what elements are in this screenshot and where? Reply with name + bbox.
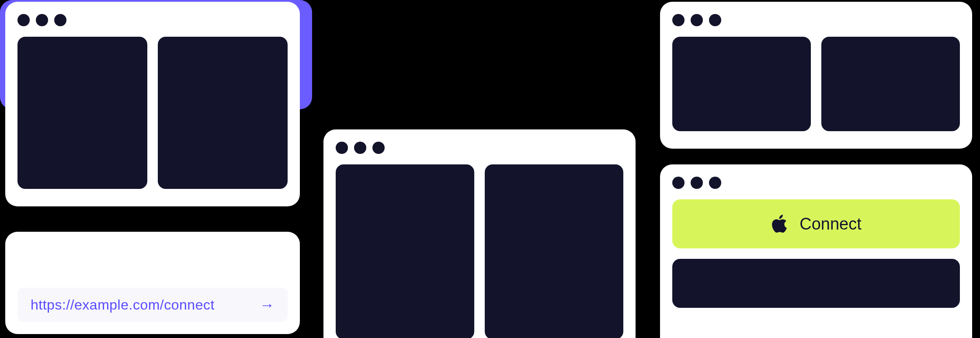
connect-button[interactable]: Connect [672,199,960,248]
secondary-button[interactable] [672,259,960,308]
content-pane [485,164,623,338]
window-dot[interactable] [709,14,721,26]
content-pane [158,37,288,189]
apple-icon [771,214,788,234]
window-dot[interactable] [17,14,30,26]
window-dot[interactable] [691,177,703,189]
window-dot[interactable] [709,177,721,189]
window-dot[interactable] [36,14,48,26]
window-dot[interactable] [54,14,66,26]
content-panes [672,37,960,131]
content-panes [336,164,623,338]
window-dot[interactable] [672,14,685,26]
content-pane [821,37,960,131]
window-dot[interactable] [336,142,348,154]
arrow-right-icon[interactable]: → [260,296,275,314]
connect-window: Connect [660,164,972,338]
window-controls [672,177,960,189]
content-pane [17,37,147,189]
connect-label: Connect [799,215,862,233]
window-controls [336,142,623,154]
window-dot[interactable] [354,142,366,154]
url-bar[interactable]: https://example.com/connect → [17,288,288,322]
window-controls [17,14,288,26]
app-window-d [323,129,636,338]
url-text: https://example.com/connect [31,297,215,313]
app-window-a [5,2,300,206]
window-dot[interactable] [691,14,703,26]
content-pane [336,164,474,338]
window-controls [672,14,960,26]
app-window-e [660,2,972,149]
content-pane [672,37,811,131]
window-dot[interactable] [672,177,685,189]
url-window: https://example.com/connect → [5,232,300,334]
window-dot[interactable] [372,142,385,154]
content-panes [17,37,288,189]
